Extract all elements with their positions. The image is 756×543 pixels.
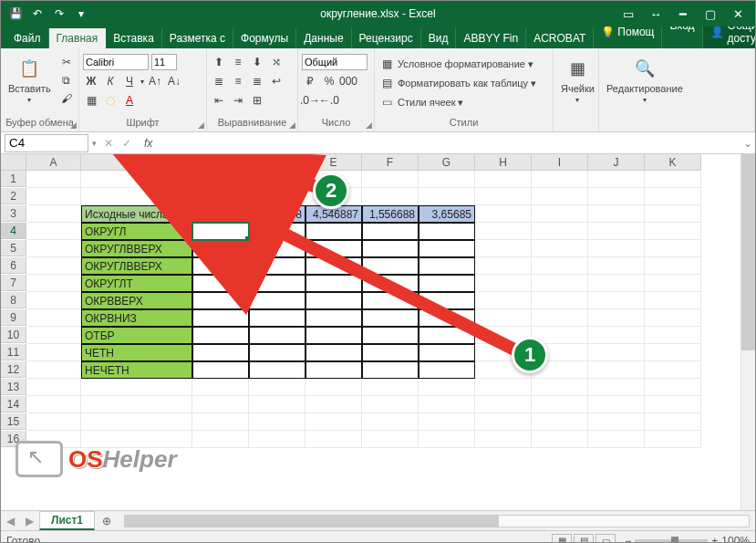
add-sheet-icon[interactable]: ⊕ <box>95 515 119 527</box>
dialog-launcher-icon[interactable]: ◢ <box>70 120 77 130</box>
formula-bar[interactable] <box>163 134 740 152</box>
formula-bar-row: ▾ ✕ ✓ fx ⌄ <box>1 132 755 154</box>
number-format-select[interactable] <box>302 54 368 70</box>
fill-color-icon[interactable]: ◌ <box>102 92 119 109</box>
wrap-text-icon[interactable]: ↩ <box>268 73 285 89</box>
cell[interactable] <box>645 205 701 223</box>
editing-button[interactable]: 🔍Редактирование▾ <box>603 54 687 106</box>
borders-icon[interactable]: ▦ <box>83 92 99 109</box>
cell[interactable] <box>645 292 701 309</box>
align-middle-icon[interactable]: ≡ <box>230 54 246 70</box>
sheet-nav-next-icon[interactable]: ▶ <box>20 515 39 527</box>
copy-icon[interactable]: ⧉ <box>58 72 75 89</box>
cancel-formula-icon[interactable]: ✕ <box>104 137 113 150</box>
cell[interactable] <box>645 413 701 431</box>
cell[interactable] <box>645 309 701 327</box>
increase-indent-icon[interactable]: ⇥ <box>230 92 246 109</box>
align-left-icon[interactable]: ≣ <box>211 73 227 89</box>
name-box[interactable] <box>5 134 88 152</box>
page-break-view-icon[interactable]: ▭ <box>595 534 616 544</box>
tab-formulas[interactable]: Формулы <box>233 28 296 48</box>
horizontal-scrollbar[interactable] <box>124 515 750 527</box>
italic-button[interactable]: К <box>102 73 119 89</box>
redo-icon[interactable]: ↷ <box>52 7 67 20</box>
ribbon: 📋 Вставить▾ ✂ ⧉ 🖌 Буфер обмена ◢ Ж К Ч ▾ <box>1 48 755 132</box>
maximize-icon[interactable]: ▢ <box>702 7 719 21</box>
comma-icon[interactable]: 000 <box>340 73 357 89</box>
underline-button[interactable]: Ч <box>121 73 138 89</box>
monitor-icon <box>16 441 63 477</box>
vertical-scrollbar[interactable] <box>740 154 755 510</box>
merge-icon[interactable]: ⊞ <box>249 92 265 109</box>
decrease-indent-icon[interactable]: ⇤ <box>211 92 227 109</box>
increase-decimal-icon[interactable]: .0→ <box>302 92 318 109</box>
format-painter-icon[interactable]: 🖌 <box>58 90 75 107</box>
align-top-icon[interactable]: ⬆ <box>211 54 227 70</box>
cell[interactable] <box>645 344 701 361</box>
cell[interactable] <box>645 257 701 275</box>
fx-icon[interactable]: fx <box>140 137 156 150</box>
tab-review[interactable]: Рецензирс <box>352 28 421 48</box>
font-name-input[interactable] <box>83 54 149 70</box>
dialog-launcher-icon[interactable]: ◢ <box>289 120 295 130</box>
tab-abbyy[interactable]: ABBYY Fin <box>456 28 526 48</box>
undo-icon[interactable]: ↶ <box>30 7 45 20</box>
align-bottom-icon[interactable]: ⬇ <box>249 54 265 70</box>
cell[interactable] <box>645 223 701 240</box>
percent-icon[interactable]: % <box>321 73 337 89</box>
cell-styles-button[interactable]: ▭Стили ячеек ▾ <box>378 94 463 110</box>
cell[interactable] <box>645 188 701 205</box>
cell[interactable] <box>645 431 701 448</box>
cells-button[interactable]: ▦Ячейки▾ <box>557 54 598 106</box>
orientation-icon[interactable]: ⤭ <box>268 54 285 70</box>
dialog-launcher-icon[interactable]: ◢ <box>198 120 204 130</box>
tab-file[interactable]: Файл <box>6 28 49 48</box>
decrease-font-icon[interactable]: A↓ <box>166 73 182 89</box>
cell[interactable] <box>645 379 701 396</box>
minimize-icon[interactable]: ━ <box>675 7 691 21</box>
cell[interactable] <box>192 223 249 240</box>
touch-mode-icon[interactable]: ↔ <box>647 7 664 21</box>
bold-button[interactable]: Ж <box>83 73 99 89</box>
currency-icon[interactable]: ₽ <box>302 73 318 89</box>
font-color-icon[interactable]: A <box>121 92 138 109</box>
zoom-slider[interactable] <box>635 539 708 543</box>
zoom-out-icon[interactable]: − <box>625 535 631 544</box>
tab-acrobat[interactable]: ACROBAT <box>526 28 594 48</box>
expand-formula-bar-icon[interactable]: ⌄ <box>740 137 755 150</box>
qat-customize-icon[interactable]: ▾ <box>74 7 88 20</box>
sheet-tab[interactable]: Лист1 <box>39 511 95 530</box>
close-icon[interactable]: ✕ <box>730 7 746 21</box>
sheet-nav-prev-icon[interactable]: ◀ <box>1 515 20 527</box>
tab-data[interactable]: Данные <box>296 28 351 48</box>
ribbon-options-icon[interactable]: ▭ <box>620 7 637 21</box>
cell[interactable] <box>645 171 701 188</box>
page-layout-view-icon[interactable]: ▤ <box>574 534 594 544</box>
tab-home[interactable]: Главная <box>49 28 107 48</box>
enter-formula-icon[interactable]: ✓ <box>122 137 131 150</box>
cell[interactable] <box>645 396 701 413</box>
format-as-table-button[interactable]: ▤Форматировать как таблицу ▾ <box>378 75 536 91</box>
dialog-launcher-icon[interactable]: ◢ <box>366 120 372 130</box>
normal-view-icon[interactable]: ▦ <box>552 534 572 544</box>
paste-button[interactable]: 📋 Вставить▾ <box>5 54 55 106</box>
cut-icon[interactable]: ✂ <box>58 54 75 70</box>
tab-insert[interactable]: Вставка <box>106 28 162 48</box>
group-alignment: ⬆ ≡ ⬇ ⤭ ≣ ≡ ≣ ↩ ⇤ ⇥ ⊞ Выравнивание ◢ <box>207 48 298 131</box>
font-size-input[interactable] <box>151 54 177 70</box>
zoom-level[interactable]: 100% <box>721 535 750 544</box>
align-center-icon[interactable]: ≡ <box>230 73 246 89</box>
increase-font-icon[interactable]: A↑ <box>147 73 163 89</box>
zoom-in-icon[interactable]: + <box>711 535 718 544</box>
align-right-icon[interactable]: ≣ <box>249 73 265 89</box>
cell[interactable] <box>645 327 701 344</box>
cell[interactable] <box>645 240 701 257</box>
tab-view[interactable]: Вид <box>421 28 457 48</box>
conditional-formatting-button[interactable]: ▦Условное форматирование ▾ <box>378 56 533 72</box>
col-header[interactable]: K <box>645 154 701 171</box>
cell[interactable] <box>645 361 701 379</box>
save-icon[interactable]: 💾 <box>8 7 23 20</box>
decrease-decimal-icon[interactable]: ←.0 <box>321 92 337 109</box>
tab-layout[interactable]: Разметка с <box>162 28 233 48</box>
cell[interactable] <box>645 275 701 292</box>
